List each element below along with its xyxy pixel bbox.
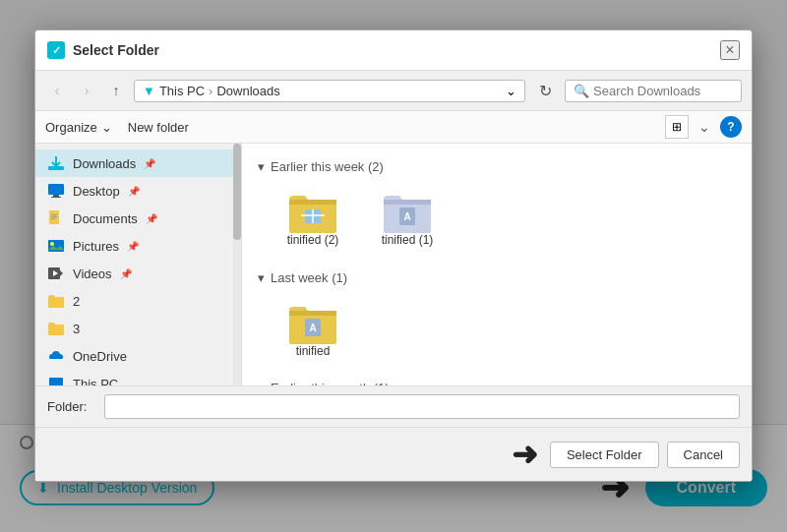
file-item-tinified1[interactable]: A tinified (1) [368,184,447,255]
pin-icon-desktop: 📌 [128,186,140,197]
path-arrow-icon: ▼ [143,84,155,98]
sidebar-label-3: 3 [73,322,80,336]
svg-rect-1 [48,184,64,195]
dialog-title-left: ✓ Select Folder [47,41,159,59]
view-dropdown-button[interactable]: ⌄ [693,115,716,139]
cancel-button[interactable]: Cancel [667,442,740,468]
cancel-label: Cancel [684,447,723,462]
new-folder-button[interactable]: New folder [128,120,189,135]
section-label-last-week: Last week (1) [271,270,347,285]
documents-icon [47,209,65,227]
svg-rect-7 [51,218,55,219]
sidebar-item-thispc[interactable]: This PC [35,370,241,385]
sidebar-scrollbar-thumb[interactable] [233,144,241,240]
pin-icon-pictures: 📌 [127,241,139,252]
search-input[interactable] [593,84,731,98]
sidebar-item-downloads[interactable]: Downloads 📌 [35,149,241,177]
folder-input[interactable] [104,394,740,419]
section-toggle-earlier-this-week[interactable]: ▾ [258,159,265,174]
svg-rect-5 [51,214,57,215]
file-label-tinified: tinified [296,344,331,360]
select-folder-dialog: ✓ Select Folder × ‹ › ↑ ▼ This PC › Down… [34,30,753,482]
help-icon: ? [727,120,734,134]
sidebar-label-videos: Videos [73,266,112,281]
sidebar-item-onedrive[interactable]: OneDrive [35,342,241,370]
sidebar-item-pictures[interactable]: Pictures 📌 [35,232,241,260]
file-item-tinified2[interactable]: tinified (2) [273,184,352,255]
sidebar-item-3[interactable]: 3 [35,315,241,342]
select-folder-button[interactable]: Select Folder [550,442,659,468]
pin-icon-documents: 📌 [146,213,157,224]
file-label-tinified2: tinified (2) [287,233,339,249]
file-item-tinified[interactable]: A tinified [273,295,352,366]
organize-bar: Organize ⌄ New folder ⊞ ⌄ ? [35,111,752,144]
up-button[interactable]: ↑ [104,79,128,102]
sidebar: Downloads 📌 Desktop 📌 [35,144,242,385]
downloads-icon [47,154,65,172]
file-label-tinified1: tinified (1) [382,233,434,249]
desktop-icon [47,182,65,200]
sidebar-label-downloads: Downloads [73,156,136,171]
new-folder-label: New folder [128,120,189,135]
svg-text:A: A [309,323,316,333]
back-button[interactable]: ‹ [45,79,69,102]
svg-text:A: A [403,211,410,222]
thispc-icon [47,375,65,385]
sidebar-label-thispc: This PC [73,377,118,386]
section-header-last-week: ▾ Last week (1) [258,270,736,285]
svg-marker-12 [60,270,63,276]
svg-rect-6 [51,216,57,217]
sidebar-item-videos[interactable]: Videos 📌 [35,260,241,287]
refresh-button[interactable]: ↻ [531,77,559,104]
sidebar-label-2: 2 [73,294,80,309]
checkmark-icon: ✓ [52,44,61,57]
close-icon: × [725,41,734,59]
folder-row: Folder: [35,385,752,427]
search-icon: 🔍 [574,84,589,98]
select-folder-label: Select Folder [567,447,642,462]
files-grid-last-week: A tinified [258,295,736,366]
dialog-title: Select Folder [73,42,159,58]
file-area: ▾ Earlier this week (2) tinified (2) [242,144,752,385]
svg-rect-3 [51,197,61,198]
sidebar-item-documents[interactable]: Documents 📌 [35,205,241,232]
svg-rect-2 [53,195,59,197]
sidebar-scrollbar[interactable] [233,144,241,385]
path-downloads[interactable]: Downloads [216,84,279,98]
section-label-earlier-this-week: Earlier this week (2) [271,159,384,174]
svg-point-10 [50,242,54,246]
action-row: ➜ Select Folder Cancel [35,427,752,481]
organize-button[interactable]: Organize ⌄ [45,120,112,135]
sidebar-item-desktop[interactable]: Desktop 📌 [35,177,241,205]
svg-rect-9 [48,240,64,252]
sidebar-label-desktop: Desktop [73,184,120,199]
view-icon-button[interactable]: ⊞ [665,115,689,139]
forward-button[interactable]: › [75,79,98,102]
search-box[interactable]: 🔍 [565,80,742,102]
sidebar-item-2[interactable]: 2 [35,287,241,315]
sidebar-label-documents: Documents [73,211,138,226]
dialog-titlebar: ✓ Select Folder × [35,30,752,71]
select-folder-arrow-icon: ➜ [512,436,538,473]
dialog-close-button[interactable]: × [720,40,740,60]
organize-dropdown-icon: ⌄ [101,120,112,135]
section-toggle-last-week[interactable]: ▾ [258,270,265,285]
organize-label: Organize [45,120,97,135]
folder-3-icon [47,320,65,337]
path-thispc[interactable]: This PC [159,84,205,98]
pictures-icon [47,237,65,255]
folder-2-icon [47,292,65,310]
sidebar-label-onedrive: OneDrive [73,349,127,364]
path-dropdown-icon[interactable]: ⌄ [506,84,516,98]
dialog-content: Downloads 📌 Desktop 📌 [35,144,752,385]
files-grid-earlier-this-week: tinified (2) A tinified (1) [258,184,736,255]
sidebar-label-pictures: Pictures [73,239,119,254]
help-button[interactable]: ? [720,116,742,138]
svg-rect-14 [49,378,63,385]
view-buttons: ⊞ ⌄ ? [665,115,742,139]
dialog-app-icon: ✓ [47,41,65,59]
svg-rect-8 [55,210,59,214]
videos-icon [47,265,65,282]
dialog-toolbar: ‹ › ↑ ▼ This PC › Downloads ⌄ ↻ 🔍 [35,71,752,111]
pin-icon-videos: 📌 [120,268,132,279]
